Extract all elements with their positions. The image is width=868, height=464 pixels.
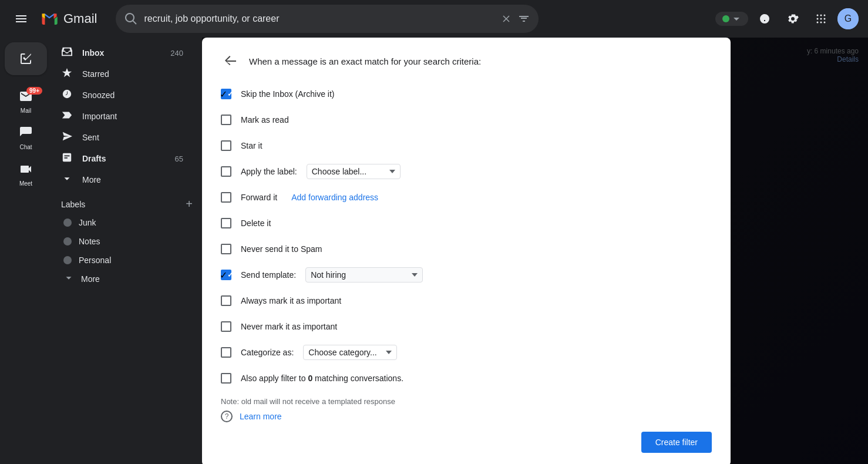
nav-item-inbox[interactable]: Inbox 240 <box>52 42 193 63</box>
nav-item-starred[interactable]: Starred <box>52 63 193 85</box>
status-dot <box>722 15 729 22</box>
personal-label: Personal <box>79 255 111 265</box>
modal-footer: Create filter <box>221 432 712 453</box>
search-icon <box>125 13 137 25</box>
svg-point-4 <box>820 15 822 16</box>
status-selector[interactable] <box>715 12 748 26</box>
svg-point-3 <box>817 15 819 16</box>
sidebar-item-mail[interactable]: 99+ Mail <box>5 85 47 119</box>
option-never-spam: Never send it to Spam <box>221 240 712 258</box>
left-navigation: Inbox 240 Starred Snoozed Important Sent… <box>52 38 202 464</box>
learn-more-row: ? Learn more <box>221 411 712 422</box>
template-select[interactable]: Not hiring Other template <box>305 267 423 283</box>
send-template-text: Send template: <box>241 270 296 280</box>
svg-point-10 <box>820 22 822 23</box>
svg-point-8 <box>824 18 826 20</box>
send-template-checkbox[interactable]: ✓ <box>221 270 231 280</box>
svg-point-9 <box>817 22 819 23</box>
app-header: Gmail <box>0 0 868 38</box>
snoozed-icon <box>61 89 73 102</box>
inbox-label: Inbox <box>82 48 161 58</box>
inbox-icon <box>61 46 73 59</box>
nav-item-more[interactable]: More <box>52 169 193 190</box>
filter-modal: When a message is an exact match for you… <box>202 38 731 464</box>
categorize-checkbox[interactable] <box>221 347 231 358</box>
search-bar[interactable] <box>116 5 539 33</box>
more-chevron-icon <box>61 173 73 186</box>
sidebar-mail-label: Mail <box>21 107 31 114</box>
star-it-checkbox[interactable] <box>221 140 231 151</box>
forward-it-checkbox[interactable] <box>221 192 231 203</box>
create-filter-button[interactable]: Create filter <box>641 432 712 453</box>
star-it-text: Star it <box>241 141 263 150</box>
snoozed-label: Snoozed <box>82 90 183 100</box>
gmail-logo: Gmail <box>38 10 97 28</box>
important-icon <box>61 110 73 123</box>
avatar[interactable]: G <box>837 8 859 29</box>
sidebar-item-chat[interactable]: Chat <box>5 121 47 155</box>
label-item-notes[interactable]: Notes <box>61 232 193 251</box>
labels-title: Labels <box>61 200 85 209</box>
search-filter-icon[interactable] <box>519 14 529 24</box>
modal-overlay: When a message is an exact match for you… <box>202 38 868 464</box>
option-star-it: Star it <box>221 136 712 155</box>
apps-button[interactable] <box>809 7 833 31</box>
important-label: Important <box>82 112 183 121</box>
label-item-personal[interactable]: Personal <box>61 251 193 270</box>
category-select[interactable]: Choose category... Primary Social Promot… <box>303 345 397 360</box>
svg-rect-1 <box>16 18 26 19</box>
svg-rect-2 <box>16 21 26 22</box>
learn-more-link[interactable]: Learn more <box>240 412 282 421</box>
add-forwarding-link[interactable]: Add forwarding address <box>291 193 378 202</box>
also-apply-count: 0 <box>308 374 312 383</box>
option-skip-inbox: ✓ Skip the Inbox (Archive it) <box>221 85 712 103</box>
option-categorize: Categorize as: Choose category... Primar… <box>221 343 712 362</box>
option-never-important: Never mark it as important <box>221 317 712 336</box>
drafts-label: Drafts <box>82 154 166 163</box>
starred-label: Starred <box>82 69 183 79</box>
search-input[interactable] <box>144 14 494 24</box>
option-forward-it: Forward it Add forwarding address <box>221 188 712 207</box>
nav-item-drafts[interactable]: Drafts 65 <box>52 148 193 169</box>
sidebar-chat-label: Chat <box>19 144 32 150</box>
delete-it-checkbox[interactable] <box>221 218 231 228</box>
never-spam-checkbox[interactable] <box>221 244 231 254</box>
modal-title: When a message is an exact match for you… <box>249 56 481 66</box>
label-item-more[interactable]: More <box>61 270 193 288</box>
forward-it-text: Forward it <box>241 193 277 202</box>
sidebar-item-meet[interactable]: Meet <box>5 157 47 191</box>
inbox-count: 240 <box>170 49 183 58</box>
modal-header: When a message is an exact match for you… <box>221 52 712 70</box>
more-labels-label: More <box>81 274 100 284</box>
also-apply-checkbox[interactable] <box>221 373 231 384</box>
compose-button[interactable] <box>5 42 47 75</box>
help-button[interactable] <box>753 7 776 31</box>
nav-item-sent[interactable]: Sent <box>52 127 193 148</box>
option-also-apply: Also apply filter to 0 matching conversa… <box>221 369 712 388</box>
back-button[interactable] <box>221 52 240 70</box>
svg-point-5 <box>824 15 826 16</box>
always-important-checkbox[interactable] <box>221 295 231 306</box>
nav-item-important[interactable]: Important <box>52 106 193 127</box>
menu-button[interactable] <box>9 7 33 31</box>
help-circle-icon[interactable]: ? <box>221 411 233 422</box>
labels-add-button[interactable]: + <box>186 197 193 211</box>
apply-label-checkbox[interactable] <box>221 166 231 177</box>
skip-inbox-text: Skip the Inbox (Archive it) <box>241 89 335 99</box>
never-important-checkbox[interactable] <box>221 321 231 332</box>
option-always-important: Always mark it as important <box>221 291 712 310</box>
search-clear-icon[interactable] <box>501 14 512 24</box>
mark-read-checkbox[interactable] <box>221 115 231 125</box>
option-mark-read: Mark as read <box>221 110 712 129</box>
never-spam-text: Never send it to Spam <box>241 244 322 254</box>
sent-icon <box>61 131 73 144</box>
skip-inbox-checkbox[interactable]: ✓ <box>221 89 231 99</box>
junk-label: Junk <box>79 218 96 227</box>
never-important-text: Never mark it as important <box>241 322 337 331</box>
settings-button[interactable] <box>781 7 805 31</box>
label-select[interactable]: Choose label... Junk Notes Personal <box>307 164 401 179</box>
label-item-junk[interactable]: Junk <box>61 213 193 232</box>
note-text: Note: old mail will not receive a templa… <box>221 397 712 406</box>
nav-item-snoozed[interactable]: Snoozed <box>52 85 193 106</box>
drafts-icon <box>61 152 73 165</box>
